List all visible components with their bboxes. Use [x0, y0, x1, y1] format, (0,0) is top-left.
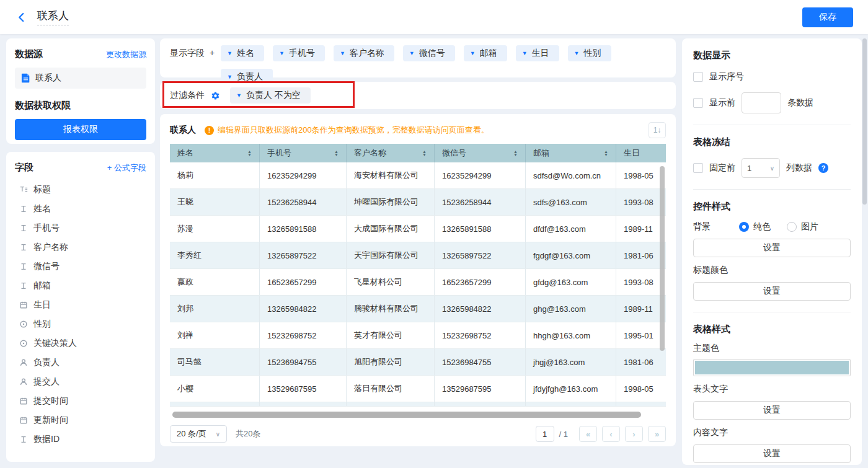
field-item[interactable]: 生日 — [15, 295, 146, 314]
field-label: 微信号 — [33, 261, 60, 272]
field-item[interactable]: 客户名称 — [15, 237, 146, 257]
table-row[interactable]: 嬴政16523657299飞星材料公司16523657299gfdg@163.c… — [170, 269, 666, 296]
display-fields-text: 显示字段 — [170, 48, 205, 58]
table-vertical-scrollbar[interactable] — [660, 166, 665, 351]
field-item[interactable]: 更新时间 — [15, 410, 146, 430]
table-row[interactable]: 苏漫13265891588大成国际有限公司13265891588dfdf@163… — [170, 216, 666, 242]
last-page-button[interactable]: » — [648, 426, 666, 442]
table-row[interactable]: 小樱13529687595落日有限公司13529687595jfdyjfgh@1… — [170, 376, 666, 402]
image-radio[interactable] — [787, 222, 797, 232]
field-item[interactable]: 关键决策人 — [15, 333, 146, 353]
field-item[interactable]: 提交时间 — [15, 391, 146, 410]
table-row[interactable]: 杨莉16235294299海安材料有限公司16235294299sdfsd@Wo… — [170, 162, 666, 189]
background-set-button[interactable]: 设置 — [693, 239, 851, 257]
column-header[interactable]: 生日▲▼ — [616, 144, 666, 162]
field-item[interactable]: 标题 — [15, 180, 146, 199]
freeze-count-select[interactable]: 1 ∨ — [742, 158, 780, 178]
page-number-input[interactable] — [536, 426, 554, 442]
show-index-checkbox[interactable] — [693, 72, 703, 82]
title-color-set-button[interactable]: 设置 — [693, 282, 851, 301]
display-field-chip[interactable]: ▼性别 — [568, 45, 611, 61]
chip-label: 客户名称 — [350, 48, 384, 59]
page-vertical-scrollbar[interactable] — [862, 38, 867, 205]
column-header[interactable]: 邮箱▲▼ — [526, 144, 616, 162]
field-item[interactable]: 手机号 — [15, 218, 146, 237]
page-title: 联系人 — [37, 9, 69, 25]
field-label: 手机号 — [33, 223, 60, 234]
table-row[interactable]: 司马懿15236984755旭阳有限公司15236984755jhgj@163.… — [170, 349, 666, 376]
add-field-button[interactable]: + — [210, 48, 215, 58]
table-cell: 坤曜国际有限公司 — [347, 189, 435, 215]
content-text-set-button[interactable]: 设置 — [693, 444, 851, 463]
next-page-button[interactable]: › — [625, 426, 643, 442]
table-row[interactable]: 刘禅15232698752英才有限公司15232698752hhgh@163.c… — [170, 322, 666, 349]
permission-title: 数据获取权限 — [15, 100, 146, 112]
field-item[interactable]: 邮箱 — [15, 276, 146, 295]
column-header[interactable]: 手机号▲▼ — [260, 144, 347, 162]
sort-icon[interactable]: ▲▼ — [599, 150, 608, 156]
back-icon[interactable] — [15, 11, 29, 24]
sort-icon[interactable]: ▲▼ — [242, 150, 252, 156]
content-text-label: 内容文字 — [693, 427, 851, 438]
help-icon[interactable]: ? — [818, 163, 828, 173]
display-field-chip[interactable]: ▼微信号 — [403, 45, 455, 61]
display-field-chip[interactable]: ▼生日 — [516, 45, 559, 61]
pager-controls: / 1 « ‹ › » — [536, 426, 666, 442]
change-datasource-link[interactable]: 更改数据源 — [106, 49, 146, 60]
page-size-select[interactable]: 20 条/页 ∨ — [170, 425, 227, 443]
save-button[interactable]: 保存 — [802, 7, 853, 27]
theme-color-swatch — [695, 361, 849, 374]
background-label: 背景 — [693, 221, 739, 232]
sort-icon[interactable]: ▲▼ — [508, 150, 518, 156]
table-cell: 腾骏材料有限公司 — [347, 296, 435, 322]
show-first-count-input[interactable] — [742, 92, 781, 113]
column-header-label: 邮箱 — [533, 148, 549, 159]
header-text-set-button[interactable]: 设置 — [693, 401, 851, 420]
table-row[interactable]: 刘邦13265984822腾骏材料有限公司13265984822ghg@163.… — [170, 296, 666, 322]
table-cell: ghg@163.com — [526, 296, 616, 322]
gear-icon[interactable] — [211, 91, 220, 100]
table-row[interactable]: 王晓15236258944坤曜国际有限公司15236258944sdfs@163… — [170, 189, 666, 216]
table-titlebar: 联系人 ! 编辑界面只取数据源前200条作为查询数据预览，完整数据请访问页面查看… — [170, 121, 666, 139]
field-item[interactable]: 姓名 — [15, 199, 146, 218]
first-page-button[interactable]: « — [579, 426, 597, 442]
table-cell: 1993-08 — [616, 189, 666, 215]
sort-icon[interactable]: ▲▼ — [417, 150, 427, 156]
filter-condition-chip[interactable]: ▼ 负责人 不为空 — [230, 87, 311, 104]
column-header[interactable]: 客户名称▲▼ — [347, 144, 435, 162]
document-icon — [21, 73, 30, 83]
display-field-chip[interactable]: ▼邮箱 — [464, 45, 507, 61]
previous-page-button[interactable]: ‹ — [602, 426, 620, 442]
table-cell: 大成国际有限公司 — [347, 216, 435, 242]
divider — [693, 312, 851, 312]
field-item[interactable]: 微信号 — [15, 257, 146, 276]
table-cell: 13529687595 — [260, 376, 347, 402]
solid-color-radio[interactable] — [739, 222, 749, 232]
show-first-checkbox[interactable] — [693, 98, 703, 108]
theme-color-picker[interactable] — [693, 359, 851, 376]
freeze-prefix: 固定前 — [709, 162, 735, 174]
field-item[interactable]: 数据ID — [15, 430, 146, 449]
freeze-columns-checkbox[interactable] — [693, 163, 703, 173]
chevron-down-icon: ▼ — [227, 51, 232, 56]
column-header[interactable]: 微信号▲▼ — [435, 144, 526, 162]
sort-order-button[interactable]: 1↓ — [649, 122, 666, 138]
display-field-chip[interactable]: ▼姓名 — [221, 45, 264, 61]
table-cell: 飞星材料公司 — [347, 269, 435, 295]
field-item[interactable]: 性别 — [15, 314, 146, 333]
field-item[interactable]: 负责人 — [15, 353, 146, 372]
text-icon — [19, 223, 28, 232]
add-formula-field-link[interactable]: + 公式字段 — [107, 162, 146, 174]
table-cell: dfdf@163.com — [526, 216, 616, 242]
display-field-chip[interactable]: ▼手机号 — [273, 45, 325, 61]
field-item[interactable]: 提交人 — [15, 372, 146, 391]
report-permission-button[interactable]: 报表权限 — [15, 119, 146, 140]
table-cell: 15236984755 — [435, 349, 526, 375]
sort-icon[interactable]: ▲▼ — [329, 150, 339, 156]
table-row[interactable]: 李秀红13265897522天宇国际有限公司13265897522fgdgf@1… — [170, 242, 666, 269]
column-header[interactable]: 姓名▲▼ — [170, 144, 260, 162]
page-of-total: / 1 — [559, 430, 568, 439]
datasource-item[interactable]: 联系人 — [15, 68, 146, 89]
display-field-chip[interactable]: ▼客户名称 — [334, 45, 394, 61]
horizontal-scrollbar-thumb[interactable] — [172, 412, 641, 418]
